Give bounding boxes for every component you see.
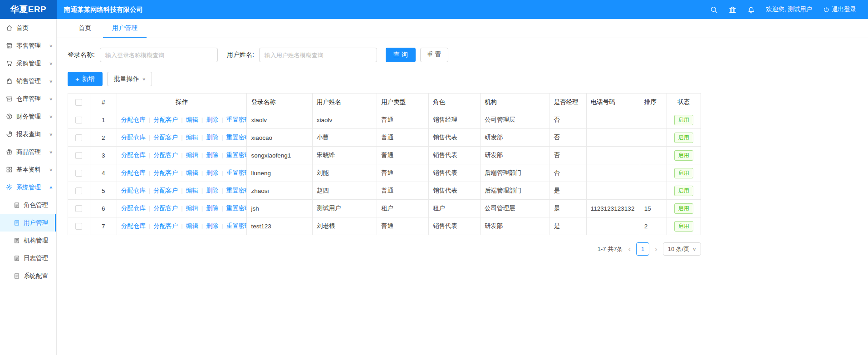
sort-cell: 15	[640, 200, 667, 217]
sidebar: 首页零售管理∨采购管理∨销售管理∨仓库管理∨财务管理∨报表查询∨商品管理∨基本资…	[0, 19, 57, 355]
user-name-cell: 测试用户	[312, 200, 377, 217]
bell-icon[interactable]	[747, 6, 755, 14]
reset-button[interactable]: 重 置	[420, 48, 448, 62]
assign-customer-link[interactable]: 分配客户	[153, 152, 178, 158]
sidebar-item-finance[interactable]: 财务管理∨	[0, 108, 56, 125]
row-checkbox[interactable]	[75, 170, 82, 177]
delete-link[interactable]: 删除	[206, 134, 218, 141]
assign-warehouse-link[interactable]: 分配仓库	[121, 152, 146, 158]
assign-customer-link[interactable]: 分配客户	[153, 134, 178, 141]
delete-link[interactable]: 删除	[206, 169, 218, 176]
sidebar-item-org[interactable]: 机构管理	[0, 232, 56, 249]
op-divider: |	[221, 169, 223, 176]
delete-link[interactable]: 删除	[206, 222, 218, 229]
sidebar-item-user[interactable]: 用户管理	[0, 214, 56, 232]
assign-warehouse-link[interactable]: 分配仓库	[121, 222, 146, 229]
edit-link[interactable]: 编辑	[186, 134, 198, 141]
reset-password-link[interactable]: 重置密码	[226, 152, 247, 158]
assign-customer-link[interactable]: 分配客户	[153, 222, 178, 229]
sidebar-item-label: 报表查询	[16, 130, 41, 138]
sidebar-item-config[interactable]: 系统配置	[0, 267, 56, 285]
edit-link[interactable]: 编辑	[186, 205, 198, 212]
sidebar-item-report[interactable]: 报表查询∨	[0, 125, 56, 143]
row-index-cell: 2	[90, 129, 117, 147]
tab-home[interactable]: 首页	[69, 19, 100, 38]
op-divider: |	[201, 116, 203, 123]
prev-page-button[interactable]: ‹	[627, 245, 632, 254]
page-size-select[interactable]: 10 条/页 ∨	[663, 242, 701, 256]
app-logo: 华夏ERP	[0, 0, 57, 19]
row-checkbox[interactable]	[75, 117, 82, 123]
assign-warehouse-link[interactable]: 分配仓库	[121, 134, 146, 141]
sidebar-item-role[interactable]: 角色管理	[0, 196, 56, 214]
next-page-button[interactable]: ›	[653, 245, 659, 254]
login-name-input[interactable]	[100, 48, 218, 62]
sidebar-item-warehouse[interactable]: 仓库管理∨	[0, 90, 56, 108]
table-row: 2分配仓库|分配客户|编辑|删除|重置密码xiaocao小曹普通销售代表研发部否…	[68, 129, 701, 147]
assign-warehouse-link[interactable]: 分配仓库	[121, 205, 146, 212]
edit-link[interactable]: 编辑	[186, 187, 198, 194]
company-name: 南通某某网络科技有限公司	[64, 5, 143, 14]
reset-password-link[interactable]: 重置密码	[226, 187, 247, 194]
row-index-cell: 1	[90, 111, 117, 129]
row-checkbox[interactable]	[75, 152, 82, 159]
assign-warehouse-link[interactable]: 分配仓库	[121, 116, 146, 123]
user-name-input[interactable]	[259, 48, 377, 62]
add-button[interactable]: + 新增	[68, 72, 103, 86]
reset-password-link[interactable]: 重置密码	[226, 116, 247, 123]
edit-link[interactable]: 编辑	[186, 116, 198, 123]
sidebar-item-purchase[interactable]: 采购管理∨	[0, 54, 56, 72]
current-page-button[interactable]: 1	[636, 242, 649, 256]
row-checkbox[interactable]	[75, 205, 82, 212]
search-icon[interactable]	[710, 6, 718, 14]
sidebar-item-label: 销售管理	[16, 77, 41, 85]
query-button[interactable]: 查 询	[386, 48, 416, 62]
sidebar-item-sales[interactable]: 销售管理∨	[0, 72, 56, 90]
select-all-checkbox[interactable]	[75, 99, 82, 106]
assign-customer-link[interactable]: 分配客户	[153, 187, 178, 194]
sidebar-item-label: 基本资料	[16, 166, 41, 174]
bank-icon[interactable]	[729, 6, 736, 14]
assign-customer-link[interactable]: 分配客户	[153, 169, 178, 176]
column-header: 电话号码	[586, 94, 640, 111]
op-divider: |	[201, 169, 203, 176]
pagination: 1-7 共7条 ‹ 1 › 10 条/页 ∨	[68, 242, 701, 256]
delete-link[interactable]: 删除	[206, 152, 218, 158]
tab-user[interactable]: 用户管理	[103, 19, 147, 38]
batch-actions-button[interactable]: 批量操作 ∨	[107, 72, 152, 86]
document-icon	[14, 237, 20, 244]
edit-link[interactable]: 编辑	[186, 152, 198, 158]
logout-button[interactable]: 退出登录	[823, 5, 856, 14]
status-badge: 启用	[674, 168, 693, 178]
chevron-up-icon: ∧	[49, 185, 53, 190]
reset-password-link[interactable]: 重置密码	[226, 134, 247, 141]
row-checkbox[interactable]	[75, 223, 82, 230]
select-all-header	[68, 94, 90, 111]
delete-link[interactable]: 删除	[206, 205, 218, 212]
reset-password-link[interactable]: 重置密码	[226, 169, 247, 176]
sidebar-item-retail[interactable]: 零售管理∨	[0, 37, 56, 54]
delete-link[interactable]: 删除	[206, 187, 218, 194]
sidebar-item-log[interactable]: 日志管理	[0, 249, 56, 267]
sidebar-item-system[interactable]: 系统管理∧	[0, 178, 56, 196]
row-checkbox[interactable]	[75, 134, 82, 141]
sort-cell	[640, 111, 667, 129]
assign-warehouse-link[interactable]: 分配仓库	[121, 169, 146, 176]
is-manager-cell: 否	[549, 129, 586, 147]
role-cell: 销售代表	[429, 147, 481, 164]
assign-customer-link[interactable]: 分配客户	[153, 116, 178, 123]
sidebar-item-basic[interactable]: 基本资料∨	[0, 161, 56, 178]
edit-link[interactable]: 编辑	[186, 169, 198, 176]
row-checkbox[interactable]	[75, 187, 82, 194]
sidebar-item-goods[interactable]: 商品管理∨	[0, 143, 56, 161]
reset-password-link[interactable]: 重置密码	[226, 222, 247, 229]
assign-customer-link[interactable]: 分配客户	[153, 205, 178, 212]
reset-password-link[interactable]: 重置密码	[226, 205, 247, 212]
sidebar-item-home[interactable]: 首页	[0, 19, 56, 37]
finance-icon	[6, 113, 13, 120]
delete-link[interactable]: 删除	[206, 116, 218, 123]
edit-link[interactable]: 编辑	[186, 222, 198, 229]
assign-warehouse-link[interactable]: 分配仓库	[121, 187, 146, 194]
role-cell: 销售代表	[429, 129, 481, 147]
column-header: 排序	[640, 94, 667, 111]
